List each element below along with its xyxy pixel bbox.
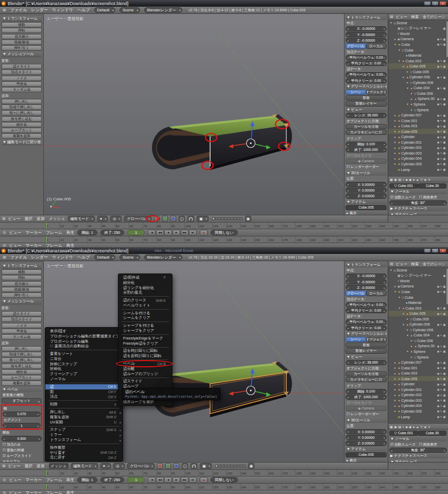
panel-row[interactable]: ▽ Cube.001 [389,431,418,436]
expand-icon[interactable]: ▾ [398,306,401,310]
outliner-row[interactable]: ●Material [388,300,448,305]
menu-item[interactable]: プロポーショナル編集の影響減衰タイプ▸ [45,334,123,339]
menu-item[interactable]: 重複頂点の自動結合 [45,344,123,349]
outliner-row[interactable]: ▾◎Scene [388,20,448,26]
menu-item[interactable]: クリーンアップ▸ [45,371,123,377]
current-frame-marker[interactable] [46,236,47,243]
restrict-icons[interactable]: ◉↖▣ [437,323,446,326]
menu[interactable]: ビュー [8,463,21,469]
outliner-row[interactable]: ▾▲Sphere◉↖▣ [388,349,448,354]
menu[interactable]: レンダー [31,254,48,260]
restrict-icons[interactable]: ◉↖▣ [437,361,446,364]
tool-button[interactable]: ノイズ [2,323,42,328]
panel-row[interactable]: ▼ グリースペンシルレイ [346,84,387,89]
snap-element-selector[interactable]: ▣ [200,463,212,469]
outliner-row[interactable]: ▸▽Sphere [388,354,448,360]
expand-icon[interactable]: ▸ [410,97,413,100]
properties-tab-icon[interactable]: ☀ [428,425,431,429]
menu[interactable]: フレーム [46,230,62,235]
panel-row[interactable]: 平均クリース: 0.00 [346,326,387,331]
panel-row[interactable]: 頂点データ: [346,49,387,55]
menu[interactable]: 再生 [66,490,75,494]
restrict-icons[interactable]: ◉↖▣ [437,415,446,418]
expand-icon[interactable]: ▸ [393,372,397,375]
restrict-icons[interactable]: ◉↖▣ [437,125,446,128]
panel-row[interactable]: 変形量の種類 [2,393,42,398]
tool-button[interactable]: ループカット [2,128,42,133]
orientation-selector[interactable]: グローバル [127,463,154,469]
restrict-icons[interactable]: ◉↖▣ [437,290,446,293]
restrict-icons[interactable]: ◉↖▣ [437,410,446,413]
viewport-3d[interactable]: ユーザー・透視投影 (1) Cube.005 表示/隠す▸プロポーショナル編集の… [44,261,344,462]
outliner-row[interactable]: ▾▲Cube.005◉↖▣ [388,311,448,316]
outliner-row[interactable]: ☀Lamp◉↖▣ [388,414,448,420]
tool-button[interactable]: 押し出し [2,346,42,351]
tool-button[interactable]: 収縮/膨張 [2,40,42,45]
panel-row[interactable]: ☑ ループスライド [2,453,42,458]
panel-row[interactable]: 平均クリース: 0.00 [346,308,387,313]
editor-type-icon[interactable]: ⊞ [3,255,6,260]
tool-button[interactable]: 拡大縮小 [2,281,42,286]
panel-row[interactable]: 0.500 [2,436,42,441]
pivot-selector[interactable]: ◎ [113,463,125,469]
menu[interactable]: メッシュ [49,463,68,469]
menu[interactable]: メッシュ [49,216,65,222]
panel-header-transform[interactable]: ▼ トランスフォーム [2,263,42,269]
menu[interactable]: ビュー [9,230,22,235]
snap-magnet-toggle[interactable] [191,463,197,469]
menu[interactable]: 再生 [66,230,75,235]
panel-row[interactable]: X: -0.00000 [346,26,387,31]
properties-tab-icon[interactable]: ▤ [398,178,401,181]
close-button[interactable]: × [439,248,446,253]
restrict-icons[interactable]: ◉↖▣ [437,334,446,337]
restrict-icons[interactable]: ◉↖▣ [437,377,446,380]
restrict-icons[interactable]: ◉↖▣ [437,65,446,68]
panel-row[interactable]: Z: 0.00000 [346,440,387,446]
frame-end-field[interactable]: 終了: 250 [100,477,124,483]
menu[interactable]: ビュー [8,216,21,222]
menu[interactable]: ウィンドウ [52,254,73,260]
expand-icon[interactable]: ▸ [410,345,413,348]
panel-row[interactable]: ▼ 頂点グループ [389,212,447,215]
panel-row[interactable]: Y: 0.00000 [346,188,387,193]
outliner-row[interactable]: ▦レンダーレイヤー▣ [388,26,448,31]
restrict-icons[interactable]: ◉↖▣ [437,146,446,149]
expand-icon[interactable]: ▾ [389,268,393,271]
outliner-row[interactable]: ▾▲Cube.003◉↖▣ [388,58,448,64]
menu-item[interactable]: UV展開U▸ [45,420,123,425]
mode-selector[interactable]: 編集モード [68,216,95,222]
tool-button[interactable]: ノイズ [2,76,42,81]
menu[interactable]: フレーム [46,477,62,483]
shading-selector[interactable]: ● [97,216,108,222]
panel-row[interactable]: Z: -0.00000 [346,38,387,43]
panel-row[interactable]: ▼ グリースペンシルレイ [346,331,387,336]
snap-magnet-toggle[interactable] [187,216,194,222]
play-reverse-button[interactable]: ◀ [164,230,172,235]
outliner-row[interactable]: ▾▲Cube.005◉↖▣ [388,63,448,69]
panel-row[interactable]: Cube.005 [346,205,387,210]
panel-row[interactable]: ☐ 重複の回避 [2,448,42,453]
close-button[interactable]: × [439,1,446,6]
outliner-row[interactable]: ▾▲Cube◉↖▣ [388,42,448,47]
panel-row[interactable]: 平均ベベルウェ: 0.00 [346,72,387,77]
layout-selector[interactable]: Default [94,7,116,13]
current-frame-marker[interactable] [46,223,47,229]
expand-icon[interactable]: ▸ [406,81,409,84]
restrict-icons[interactable]: ◉↖▣ [437,399,446,402]
panel-row[interactable]: ローカルカメラ: [346,400,387,405]
timeline-ruler[interactable]: 0102030405060708090100110120130140150160… [0,222,448,229]
panel-row[interactable]: ▼ ノーマル [389,189,447,194]
panel-row[interactable]: 終了: 1000.000 [346,147,387,152]
panel-row[interactable]: ◆ Camera [346,406,387,411]
menu[interactable]: ビュー [396,14,407,20]
panel-row[interactable]: 終了: 1000.000 [346,395,387,400]
restrict-icons[interactable]: ◉↖▣ [437,168,446,171]
timeline-ruler-2[interactable]: 0102030405060708090100110120130140150160… [0,236,448,243]
restrict-icons[interactable]: ◉↖▣ [437,43,446,46]
tool-button[interactable]: 細分化 [2,369,42,374]
menu-item[interactable]: トランスフォーム▸ [45,437,123,442]
panel-row[interactable]: 1 [3,423,41,428]
panel-header-meshtools[interactable]: ▼ メッシュツール [2,52,42,57]
tool-button[interactable]: 複製を追加 [2,381,42,386]
outliner-row[interactable]: ▾▽Cube [388,295,448,300]
